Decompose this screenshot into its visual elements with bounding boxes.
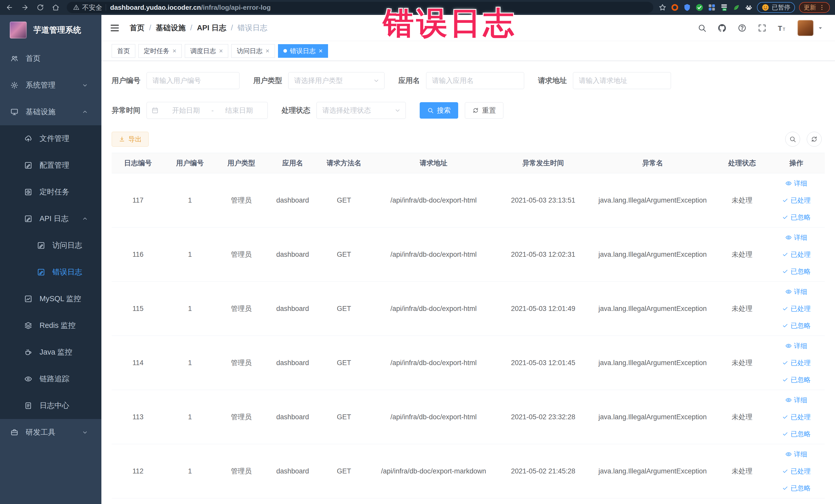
action-label: 已忽略	[791, 213, 811, 222]
table-cell: /api/infra/db-doc/export-html	[370, 390, 497, 444]
action-详细[interactable]: 详细	[785, 338, 807, 353]
home-icon-glyph	[52, 4, 60, 11]
grid-icon[interactable]	[708, 3, 716, 12]
refresh-table-button[interactable]	[807, 132, 822, 147]
app-logo	[10, 22, 27, 39]
orange-ring-icon[interactable]	[671, 3, 679, 12]
table-cell: 未处理	[716, 227, 768, 281]
sidebar-item-label: 日志中心	[40, 401, 101, 411]
tab-调度日志[interactable]: 调度日志×	[185, 44, 228, 58]
bookmark-star-icon[interactable]	[658, 3, 667, 12]
action-详细[interactable]: 详细	[785, 176, 807, 191]
search-button[interactable]: 搜索	[420, 102, 458, 119]
app-name-input[interactable]	[426, 72, 524, 89]
action-已忽略[interactable]: 已忽略	[782, 481, 811, 496]
reload-icon[interactable]	[34, 2, 46, 13]
table-cell: 116	[111, 227, 164, 281]
sidebar-item-config[interactable]: 配置管理	[0, 152, 101, 179]
sidebar-item-trace[interactable]: 链路追踪	[0, 366, 101, 392]
browser-home-icon[interactable]	[50, 2, 62, 13]
action-详细[interactable]: 详细	[785, 230, 807, 245]
paused-extension-pill[interactable]: 已暂停	[757, 2, 795, 13]
github-icon[interactable]	[717, 23, 727, 33]
user-id-input[interactable]	[147, 72, 240, 89]
action-已忽略[interactable]: 已忽略	[782, 210, 811, 225]
back-icon-glyph	[6, 4, 13, 11]
breadcrumb-item-1[interactable]: 基础设施	[156, 23, 186, 33]
filter-process-status: 处理状态 请选择处理状态	[282, 102, 406, 119]
action-详细[interactable]: 详细	[785, 392, 807, 407]
emoji-icon	[761, 4, 769, 11]
chevron-up-icon	[82, 109, 88, 115]
browser-update-button[interactable]: 更新	[799, 2, 830, 13]
fullscreen-icon[interactable]	[757, 23, 767, 33]
sidebar-item-api-log[interactable]: API 日志	[0, 205, 101, 232]
action-已处理[interactable]: 已处理	[782, 247, 811, 262]
forward-icon[interactable]	[19, 2, 31, 13]
svg-text:ON: ON	[723, 8, 726, 11]
action-已忽略[interactable]: 已忽略	[782, 264, 811, 279]
sidebar-item-file[interactable]: 文件管理	[0, 125, 101, 152]
action-详细[interactable]: 详细	[785, 447, 807, 462]
table-row: 1171管理员dashboardGET/api/infra/db-doc/exp…	[111, 173, 825, 227]
tab-定时任务[interactable]: 定时任务×	[138, 44, 182, 58]
user-menu[interactable]	[797, 20, 823, 36]
action-已处理[interactable]: 已处理	[782, 301, 811, 316]
process-status-select[interactable]: 请选择处理状态	[317, 102, 406, 119]
reset-button[interactable]: 重置	[465, 102, 503, 119]
sidebar-collapse-icon[interactable]	[109, 23, 120, 33]
sidebar-item-java[interactable]: Java 监控	[0, 339, 101, 366]
tab-错误日志[interactable]: 错误日志×	[278, 44, 328, 58]
user-type-select[interactable]: 请选择用户类型	[288, 72, 385, 89]
sidebar-item-infra[interactable]: 基础设施	[0, 99, 101, 125]
sidebar-item-system[interactable]: 系统管理	[0, 72, 101, 99]
font-size-icon[interactable]: TT	[777, 23, 787, 33]
sidebar-item-error-log[interactable]: 错误日志	[0, 259, 101, 285]
back-icon[interactable]	[4, 2, 15, 13]
chevron-up-icon	[82, 216, 88, 222]
action-已处理[interactable]: 已处理	[782, 464, 811, 479]
action-已处理[interactable]: 已处理	[782, 409, 811, 424]
toggle-search-button[interactable]	[785, 132, 800, 147]
tab-访问日志[interactable]: 访问日志×	[231, 44, 274, 58]
action-已处理[interactable]: 已处理	[782, 355, 811, 370]
address-bar[interactable]: 不安全 dashboard.yudao.iocoder.cn /infra/lo…	[67, 2, 653, 13]
chevron-down-icon	[82, 82, 88, 88]
table-cell: 1	[164, 173, 216, 227]
sidebar-item-mysql[interactable]: MySQL 监控	[0, 285, 101, 312]
table-cell: 2021-05-02 21:45:28	[497, 444, 589, 498]
tab-首页[interactable]: 首页	[111, 44, 135, 58]
sidebar-item-dev-tool[interactable]: 研发工具	[0, 419, 101, 446]
close-icon[interactable]: ×	[172, 47, 176, 54]
request-url-input[interactable]	[573, 72, 671, 89]
breadcrumb-item-0[interactable]: 首页	[130, 23, 144, 33]
close-icon[interactable]: ×	[219, 47, 223, 54]
leaf-icon[interactable]	[732, 3, 740, 12]
blue-shield-icon[interactable]	[683, 3, 691, 12]
export-button[interactable]: 导出	[111, 132, 149, 147]
exception-time-range-picker[interactable]: 开始日期 - 结束日期	[147, 102, 268, 119]
sidebar-item-job[interactable]: 定时任务	[0, 179, 101, 205]
action-详细[interactable]: 详细	[785, 284, 807, 299]
forward-icon-glyph	[21, 4, 29, 11]
sidebar-item-redis[interactable]: Redis 监控	[0, 312, 101, 339]
green-check-icon[interactable]	[695, 3, 704, 12]
paw-icon[interactable]	[745, 3, 753, 12]
on-badge-icon[interactable]: ON	[720, 3, 728, 12]
table-cell: dashboard	[267, 227, 318, 281]
action-已处理[interactable]: 已处理	[782, 193, 811, 208]
help-icon[interactable]	[737, 23, 747, 33]
sidebar-logo-row[interactable]: 芋道管理系统	[0, 15, 101, 45]
close-icon[interactable]: ×	[319, 47, 323, 54]
sidebar-item-home[interactable]: 首页	[0, 45, 101, 72]
breadcrumb-item-2[interactable]: API 日志	[197, 23, 226, 33]
action-已忽略[interactable]: 已忽略	[782, 318, 811, 333]
action-已忽略[interactable]: 已忽略	[782, 426, 811, 441]
close-icon[interactable]: ×	[265, 47, 269, 54]
sidebar-item-log-center[interactable]: 日志中心	[0, 392, 101, 419]
action-已忽略[interactable]: 已忽略	[782, 372, 811, 387]
search-icon[interactable]	[697, 23, 707, 33]
action-label: 已忽略	[791, 484, 811, 493]
table-row: 1121管理员dashboardGET/api/infra/db-doc/exp…	[111, 444, 825, 498]
sidebar-item-access-log[interactable]: 访问日志	[0, 232, 101, 259]
